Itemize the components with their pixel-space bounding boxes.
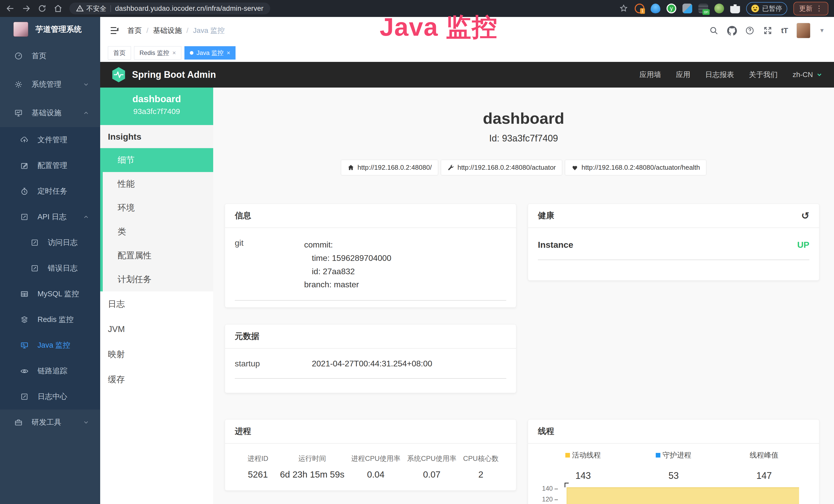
sba-menu-configprops[interactable]: 配置属性	[103, 244, 213, 268]
sidebar-item-mysql[interactable]: MySQL 监控	[0, 281, 100, 307]
extension-icon-green[interactable]: y	[666, 4, 676, 13]
card-metadata: 元数据 startup 2021-04-27T00:44:31.254+08:0…	[225, 324, 516, 393]
gauge-icon	[14, 52, 23, 60]
sba-brand[interactable]: Spring Boot Admin	[111, 67, 216, 83]
help-icon[interactable]	[745, 26, 754, 35]
tab-home[interactable]: 首页	[108, 46, 131, 60]
extension-icon-pin[interactable]	[651, 4, 660, 13]
sba-nav-journal[interactable]: 日志报表	[705, 70, 734, 79]
history-icon[interactable]: ↺	[801, 211, 809, 221]
browser-home-icon[interactable]	[53, 4, 63, 13]
search-icon[interactable]	[709, 26, 719, 35]
sidebar-item-label: Java 监控	[38, 340, 70, 350]
sidebar-item-config[interactable]: 配置管理	[0, 153, 100, 179]
app-sidebar: 芋道管理系统 首页 系统管理 基础设施 文件管理 配置管理	[0, 17, 100, 504]
github-icon[interactable]	[727, 26, 737, 35]
sba-menu-caches[interactable]: 缓存	[100, 367, 213, 392]
profile-paused-badge[interactable]: 已暂停	[746, 2, 787, 15]
sidebar-item-files[interactable]: 文件管理	[0, 127, 100, 153]
sba-menu-classes[interactable]: 类	[103, 220, 213, 244]
sba-menu-logfile[interactable]: 日志	[100, 292, 213, 317]
browser-reload-icon[interactable]	[38, 4, 47, 13]
sidebar-item-label: 日志中心	[38, 392, 67, 402]
breadcrumb-infra[interactable]: 基础设施	[153, 26, 182, 36]
sidebar-item-access-log[interactable]: 访问日志	[0, 230, 100, 255]
page-tabs: 首页 Redis 监控 × Java 监控 ×	[100, 44, 834, 62]
sba-menu-scheduledtasks[interactable]: 计划任务	[103, 268, 213, 292]
security-label: 不安全	[86, 4, 106, 13]
browser-update-button[interactable]: 更新 ⋮	[793, 2, 828, 16]
browser-menu-icon[interactable]: ⋮	[815, 5, 823, 12]
axis-corner	[565, 483, 569, 487]
sidebar-item-error-log[interactable]: 错误日志	[0, 255, 100, 281]
tab-redis-monitor[interactable]: Redis 监控 ×	[134, 46, 181, 60]
sba-menu-metrics[interactable]: 性能	[103, 172, 213, 196]
url-text[interactable]: dashboard.yudao.iocoder.cn/infra/admin-s…	[115, 5, 264, 13]
sidebar-item-api-log[interactable]: API 日志	[0, 204, 100, 230]
y-tick-120: 120	[538, 496, 558, 503]
page-title: dashboard	[213, 109, 834, 127]
app-title: 芋道管理系统	[36, 24, 82, 35]
sba-language-select[interactable]: zh-CN	[793, 71, 823, 79]
health-url-button[interactable]: http://192.168.0.2:48080/actuator/health	[565, 160, 706, 175]
user-menu-caret-icon[interactable]: ▼	[819, 27, 825, 34]
user-avatar[interactable]	[796, 23, 810, 38]
sidebar-item-infra[interactable]: 基础设施	[0, 98, 100, 127]
extension-icon-1[interactable]: 1	[635, 4, 644, 13]
bookmark-star-icon[interactable]	[619, 4, 629, 13]
chevron-up-icon	[83, 214, 89, 220]
sba-nav-applications[interactable]: 应用	[676, 70, 690, 79]
card-health-title: 健康	[538, 210, 554, 221]
process-pid: 进程ID 5261	[242, 454, 273, 480]
sidebar-item-tracing[interactable]: 链路追踪	[0, 358, 100, 384]
sidebar-item-redis[interactable]: Redis 监控	[0, 307, 100, 333]
url-divider	[110, 5, 111, 12]
browser-back-icon[interactable]	[6, 4, 15, 13]
breadcrumb-home[interactable]: 首页	[127, 26, 142, 36]
actuator-url-button[interactable]: http://192.168.0.2:48080/actuator	[441, 160, 562, 175]
card-health: 健康 ↺ Instance UP	[528, 204, 819, 281]
extension-icon-puzzle[interactable]	[730, 4, 740, 13]
sidebar-item-devtools[interactable]: 研发工具	[0, 410, 100, 435]
sidebar-item-system[interactable]: 系统管理	[0, 70, 100, 98]
sidebar-fold-icon[interactable]	[109, 25, 120, 36]
sidebar-item-log-center[interactable]: 日志中心	[0, 384, 100, 410]
tab-close-icon[interactable]: ×	[172, 49, 176, 56]
sba-menu-jvm[interactable]: JVM	[100, 317, 213, 342]
extension-icon-stack[interactable]: on	[698, 4, 708, 13]
font-size-icon[interactable]: tT	[781, 26, 788, 35]
sidebar-item-label: MySQL 监控	[38, 289, 79, 299]
extension-icon-leaf[interactable]	[714, 4, 724, 13]
sba-nav-about[interactable]: 关于我们	[749, 70, 778, 79]
app-logo	[13, 22, 28, 37]
tab-java-monitor[interactable]: Java 监控 ×	[184, 46, 236, 60]
log-icon	[30, 264, 39, 273]
security-warning-icon[interactable]: 不安全	[76, 4, 106, 13]
address-bar[interactable]: 不安全 dashboard.yudao.iocoder.cn/infra/adm…	[69, 3, 270, 15]
sba-nav-wallboard[interactable]: 应用墙	[640, 70, 661, 79]
sidebar-item-java[interactable]: Java 监控	[0, 333, 100, 358]
system-cpu: 系统CPU使用率 0.07	[407, 454, 456, 480]
sba-menu-environment[interactable]: 环境	[103, 196, 213, 220]
instance-header[interactable]: dashboard 93a3fc7f7409	[100, 88, 213, 125]
page-subtitle: Id: 93a3fc7f7409	[213, 133, 834, 144]
extension-icon-grid[interactable]	[682, 4, 692, 13]
legend-peak-label: 线程峰值	[750, 450, 778, 460]
java-monitor-icon	[20, 341, 29, 350]
metadata-value: 2021-04-27T00:44:31.254+08:00	[312, 359, 506, 368]
chevron-down-icon	[816, 71, 823, 78]
fullscreen-icon[interactable]	[763, 26, 772, 35]
sba-menu-mappings[interactable]: 映射	[100, 342, 213, 367]
gear-icon	[14, 80, 23, 89]
card-process: 进程 进程ID 5261 运行时间 6d 23h 15m 59s 进程CPU使用…	[225, 419, 516, 491]
service-url-button[interactable]: http://192.168.0.2:48080/	[341, 160, 438, 175]
sidebar-item-jobs[interactable]: 定时任务	[0, 179, 100, 204]
process-cpu: 进程CPU使用率 0.04	[351, 454, 400, 480]
tab-close-icon[interactable]: ×	[226, 49, 230, 56]
threads-chart: 140 120 100	[538, 486, 809, 504]
sidebar-item-home[interactable]: 首页	[0, 42, 100, 70]
app-logo-row[interactable]: 芋道管理系统	[0, 17, 100, 42]
browser-forward-icon[interactable]	[22, 4, 31, 13]
log-icon	[30, 238, 39, 247]
sba-menu-details[interactable]: 细节	[103, 148, 213, 172]
